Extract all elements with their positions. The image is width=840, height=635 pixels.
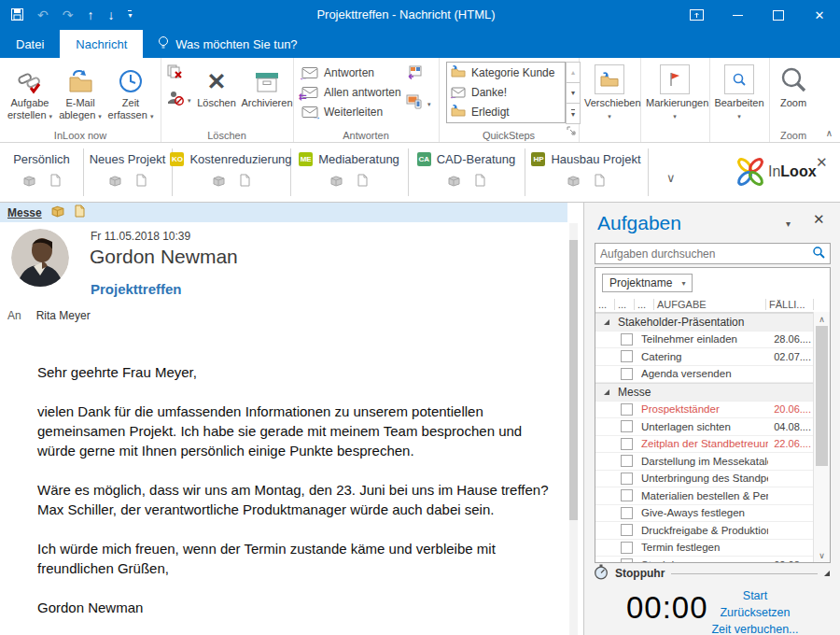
stopwatch-book-time-link[interactable]: Zeit verbuchen... <box>704 621 806 635</box>
tab-datei[interactable]: Datei <box>0 30 60 58</box>
tab-nachricht[interactable]: Nachricht <box>60 30 143 58</box>
document-icon[interactable] <box>239 174 251 190</box>
down-arrow-icon[interactable]: ↓ <box>107 8 114 21</box>
task-row[interactable]: Zeitplan der Standbetreuung22.06.... <box>595 436 814 454</box>
recipient-name[interactable]: Rita Meyer <box>36 309 91 322</box>
task-checkbox[interactable] <box>621 455 633 467</box>
junk-button[interactable] <box>164 90 187 110</box>
column-header[interactable]: ... <box>635 299 654 310</box>
package-icon[interactable] <box>447 174 461 190</box>
task-row[interactable]: Unterlagen sichten04.08.... <box>595 418 814 436</box>
archive-button[interactable]: Archivieren <box>241 61 293 109</box>
customize-qat-icon[interactable]: ▾ <box>128 10 132 20</box>
task-row[interactable]: Druckfreigabe & Produktion <box>595 522 814 540</box>
task-checkbox[interactable] <box>621 473 633 485</box>
task-row[interactable]: Prospektständer20.06.... <box>595 402 814 419</box>
task-checkbox[interactable] <box>621 403 633 416</box>
undo-icon[interactable]: ↶ <box>37 8 49 21</box>
task-checkbox[interactable] <box>621 524 633 536</box>
task-list-scrollbar[interactable]: ∧ ∨ <box>813 312 830 562</box>
project-tab-hausbau-projekt[interactable]: HPHausbau Projekt <box>525 148 649 196</box>
project-tab-cad-beratung[interactable]: CACAD-Beratung <box>408 148 525 196</box>
task-row[interactable]: Give-Aways festlegen <box>595 505 814 523</box>
task-group-row[interactable]: Messe <box>595 383 814 402</box>
column-header-aufgabe[interactable]: AUFGABE <box>654 299 766 310</box>
up-arrow-icon[interactable]: ↑ <box>87 8 93 21</box>
column-header[interactable]: ... <box>595 299 615 310</box>
project-tab-persoenlich[interactable]: Persönlich <box>0 148 84 196</box>
project-tab-kostenreduzierung[interactable]: KOKostenreduzierung <box>172 148 291 196</box>
column-header-faellig[interactable]: FÄLLI... <box>766 299 814 310</box>
delete-button[interactable]: ✕ Löschen <box>192 61 241 109</box>
project-tab-mediaberatung[interactable]: MEMediaberatung <box>290 148 409 196</box>
ribbon-display-options-icon[interactable] <box>676 0 717 30</box>
create-task-button[interactable]: Aufgabe erstellen ▾ <box>6 61 54 122</box>
ignore-button[interactable] <box>164 64 187 84</box>
document-gold-icon[interactable] <box>74 205 86 221</box>
document-icon[interactable] <box>474 174 486 190</box>
message-scrollbar-thumb[interactable] <box>569 240 578 520</box>
editing-button[interactable]: Bearbeiten▾ <box>713 61 765 122</box>
task-row[interactable]: Termin festlegen <box>595 540 814 557</box>
project-tab-neues-projekt[interactable]: Neues Projekt <box>83 148 173 196</box>
quickstep-danke[interactable]: ← Danke! <box>447 82 565 102</box>
package-icon[interactable] <box>108 174 122 190</box>
document-icon[interactable] <box>594 174 606 190</box>
move-button[interactable]: Verschieben▾ <box>584 61 635 122</box>
collapse-triangle-icon[interactable] <box>604 319 609 325</box>
reply-with-meeting-button[interactable] <box>403 64 426 84</box>
message-scrollbar[interactable] <box>569 223 578 635</box>
package-gold-icon[interactable] <box>50 205 65 221</box>
stopwatch-reset-link[interactable]: Zurücksetzen <box>704 604 806 621</box>
task-checkbox[interactable] <box>621 558 633 562</box>
project-link[interactable]: Messe <box>7 206 42 219</box>
task-row[interactable]: Catering02.07.... <box>595 348 814 366</box>
task-row[interactable]: Steckdosen02.08.... <box>595 557 814 562</box>
stopwatch-header[interactable]: Stoppuhr <box>594 565 830 582</box>
search-icon[interactable] <box>812 246 825 262</box>
sidebar-close-icon[interactable]: ✕ <box>813 211 825 228</box>
document-icon[interactable] <box>135 174 147 190</box>
package-icon[interactable] <box>329 174 343 190</box>
task-checkbox[interactable] <box>621 368 633 380</box>
package-icon[interactable] <box>212 174 226 190</box>
document-icon[interactable] <box>357 174 369 190</box>
task-checkbox[interactable] <box>621 438 633 450</box>
tell-me-box[interactable]: Was möchten Sie tun? <box>143 30 312 58</box>
task-group-row[interactable]: Stakeholder-Präsentation <box>595 313 814 332</box>
task-checkbox[interactable] <box>621 489 633 501</box>
redo-icon[interactable]: ↷ <box>63 8 74 21</box>
task-row[interactable]: Agenda versenden <box>595 366 814 384</box>
tags-button[interactable]: Markierungen▾ <box>646 61 704 122</box>
task-checkbox[interactable] <box>621 507 633 519</box>
junk-dropdown-icon[interactable]: ▾ <box>188 97 191 105</box>
maximize-button[interactable] <box>758 0 799 30</box>
project-bar-close-icon[interactable]: ✕ <box>816 154 828 171</box>
task-row[interactable]: Unterbringung des Standpers... <box>595 471 814 488</box>
save-icon[interactable] <box>11 8 23 22</box>
task-checkbox[interactable] <box>621 420 633 432</box>
more-projects-chevron-icon[interactable]: ∨ <box>666 171 676 185</box>
collapse-triangle-icon[interactable] <box>604 389 609 395</box>
im-reply-dropdown-icon[interactable]: ▾ <box>427 101 431 108</box>
task-row[interactable]: Darstellung im Messekatalog <box>595 453 814 471</box>
file-email-button[interactable]: E-Mail ablegen ▾ <box>56 61 105 122</box>
stopwatch-start-link[interactable]: Start <box>704 587 806 604</box>
zoom-button[interactable]: Zoom <box>773 61 814 109</box>
quickstep-kategorie-kunde[interactable]: Kategorie Kunde <box>447 63 565 82</box>
task-checkbox[interactable] <box>621 542 633 554</box>
message-sender[interactable]: Gordon Newman <box>90 246 238 268</box>
task-row[interactable]: Teilnehmer einladen28.06.... <box>595 332 814 349</box>
task-scrollbar-thumb[interactable] <box>816 326 828 466</box>
task-row[interactable]: Materialien bestellen & Perso... <box>595 487 814 505</box>
package-icon[interactable] <box>567 174 581 190</box>
minimize-button[interactable] <box>717 0 758 30</box>
column-header[interactable]: ... <box>615 299 635 310</box>
scroll-up-icon[interactable]: ∧ <box>814 312 830 326</box>
task-search-input[interactable] <box>595 247 812 261</box>
collapse-ribbon-icon[interactable]: ∧ <box>826 128 833 138</box>
document-icon[interactable] <box>49 174 62 190</box>
sidebar-dropdown-icon[interactable]: ▾ <box>786 219 791 229</box>
close-button[interactable]: ✕ <box>799 0 840 30</box>
stopwatch-collapse-icon[interactable] <box>824 571 830 576</box>
